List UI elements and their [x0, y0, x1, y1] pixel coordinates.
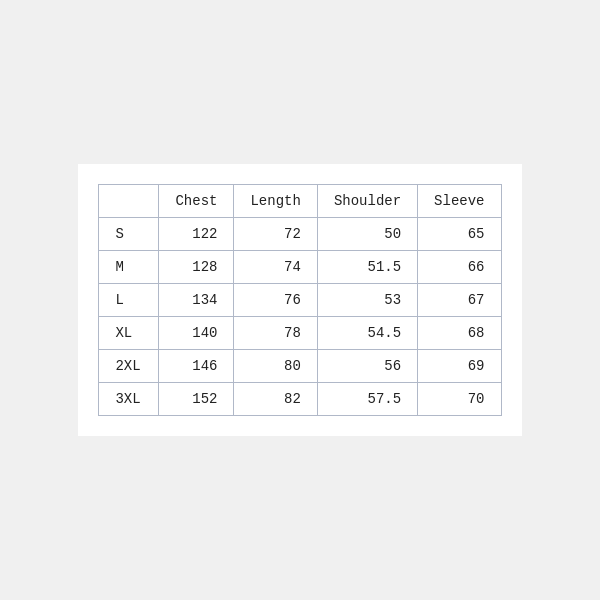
cell-size: S	[99, 218, 159, 251]
cell-size: M	[99, 251, 159, 284]
cell-value: 76	[234, 284, 317, 317]
cell-value: 57.5	[317, 383, 417, 416]
cell-value: 146	[159, 350, 234, 383]
cell-value: 54.5	[317, 317, 417, 350]
table-row: L134765367	[99, 284, 501, 317]
cell-value: 128	[159, 251, 234, 284]
cell-value: 82	[234, 383, 317, 416]
cell-value: 78	[234, 317, 317, 350]
table-row: XL1407854.568	[99, 317, 501, 350]
table-row: S122725065	[99, 218, 501, 251]
cell-size: 2XL	[99, 350, 159, 383]
cell-value: 140	[159, 317, 234, 350]
cell-value: 68	[418, 317, 501, 350]
cell-size: 3XL	[99, 383, 159, 416]
size-chart-container: Chest Length Shoulder Sleeve S122725065M…	[78, 164, 521, 436]
size-chart-table: Chest Length Shoulder Sleeve S122725065M…	[98, 184, 501, 416]
table-row: M1287451.566	[99, 251, 501, 284]
table-row: 2XL146805669	[99, 350, 501, 383]
cell-value: 67	[418, 284, 501, 317]
cell-value: 51.5	[317, 251, 417, 284]
cell-value: 50	[317, 218, 417, 251]
cell-value: 80	[234, 350, 317, 383]
header-chest: Chest	[159, 185, 234, 218]
cell-value: 65	[418, 218, 501, 251]
cell-value: 74	[234, 251, 317, 284]
cell-value: 66	[418, 251, 501, 284]
header-shoulder: Shoulder	[317, 185, 417, 218]
cell-size: L	[99, 284, 159, 317]
header-sleeve: Sleeve	[418, 185, 501, 218]
cell-value: 152	[159, 383, 234, 416]
cell-value: 56	[317, 350, 417, 383]
header-size	[99, 185, 159, 218]
cell-value: 70	[418, 383, 501, 416]
cell-value: 122	[159, 218, 234, 251]
cell-value: 53	[317, 284, 417, 317]
cell-size: XL	[99, 317, 159, 350]
table-row: 3XL1528257.570	[99, 383, 501, 416]
cell-value: 69	[418, 350, 501, 383]
cell-value: 72	[234, 218, 317, 251]
header-length: Length	[234, 185, 317, 218]
table-header-row: Chest Length Shoulder Sleeve	[99, 185, 501, 218]
cell-value: 134	[159, 284, 234, 317]
